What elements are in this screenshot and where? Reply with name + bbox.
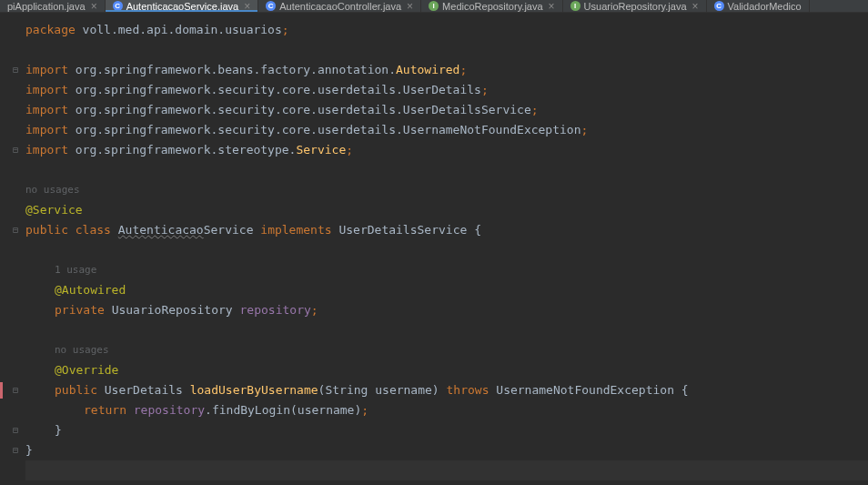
code-line <box>25 160 868 180</box>
tab-usuariorepository[interactable]: I UsuarioRepository.java × <box>563 0 707 12</box>
code-line: import org.springframework.beans.factory… <box>25 60 868 80</box>
usage-hint[interactable]: no usages <box>25 340 868 360</box>
tab-label: MedicoRepository.java <box>442 1 542 12</box>
caret-line <box>25 460 868 480</box>
close-icon[interactable]: × <box>91 0 97 13</box>
fold-icon[interactable]: ⊟ <box>13 220 18 240</box>
close-icon[interactable]: × <box>244 0 250 13</box>
code-line <box>25 240 868 260</box>
code-line: public UserDetails loadUserByUsername(St… <box>25 380 868 400</box>
code-line: import org.springframework.stereotype.Se… <box>25 140 868 160</box>
tab-medicorepository[interactable]: I MedicoRepository.java × <box>421 0 562 12</box>
class-icon: C <box>266 1 276 11</box>
gutter: ⊟ ⊟ ⊟ ⊟ ⊟ ⊟ <box>0 13 22 485</box>
code-line: return repository.findByLogin(username); <box>25 400 868 420</box>
error-stripe <box>0 382 3 399</box>
code-line: import org.springframework.security.core… <box>25 100 868 120</box>
code-line: @Autowired <box>25 280 868 300</box>
interface-icon: I <box>570 1 580 11</box>
code-line: @Override <box>25 360 868 380</box>
tab-piapplication[interactable]: piApplication.java × <box>0 0 106 12</box>
tab-label: piApplication.java <box>7 1 86 12</box>
fold-icon[interactable]: ⊟ <box>13 420 18 440</box>
class-icon: C <box>714 1 724 11</box>
code-line: import org.springframework.security.core… <box>25 80 868 100</box>
fold-icon[interactable]: ⊟ <box>13 380 18 400</box>
interface-icon: I <box>429 1 439 11</box>
tab-label: ValidadorMedico <box>728 1 802 12</box>
code-line: @Service <box>25 200 868 220</box>
code-line: } <box>25 420 868 440</box>
close-icon[interactable]: × <box>407 0 413 13</box>
usage-hint[interactable]: no usages <box>25 180 868 200</box>
tab-label: AutenticacaoService.java <box>126 1 239 12</box>
code-line <box>25 320 868 340</box>
fold-icon[interactable]: ⊟ <box>13 140 18 160</box>
tab-label: AutenticacaoController.java <box>279 1 401 12</box>
tab-autenticacaoservice[interactable]: C AutenticacaoService.java × <box>106 0 259 12</box>
editor-tabs: piApplication.java × C AutenticacaoServi… <box>0 0 868 13</box>
tab-autenticacaocontroller[interactable]: C AutenticacaoController.java × <box>258 0 421 12</box>
code-editor[interactable]: ⊟ ⊟ ⊟ ⊟ ⊟ ⊟ package voll.med.api.domain.… <box>0 13 868 485</box>
code-line: } <box>25 440 868 460</box>
code-line: import org.springframework.security.core… <box>25 120 868 140</box>
usage-hint[interactable]: 1 usage <box>25 260 868 280</box>
class-icon: C <box>113 1 123 11</box>
code-line: package voll.med.api.domain.usuarios; <box>25 20 868 40</box>
fold-icon[interactable]: ⊟ <box>13 60 18 80</box>
tab-validadormedico[interactable]: C ValidadorMedico <box>707 0 810 12</box>
fold-icon[interactable]: ⊟ <box>13 440 18 460</box>
code-line: public class AutenticacaoService impleme… <box>25 220 868 240</box>
code-line <box>25 40 868 60</box>
close-icon[interactable]: × <box>692 0 699 13</box>
code-line: private UsuarioRepository repository; <box>25 300 868 320</box>
close-icon[interactable]: × <box>549 0 555 13</box>
tab-label: UsuarioRepository.java <box>584 1 687 12</box>
